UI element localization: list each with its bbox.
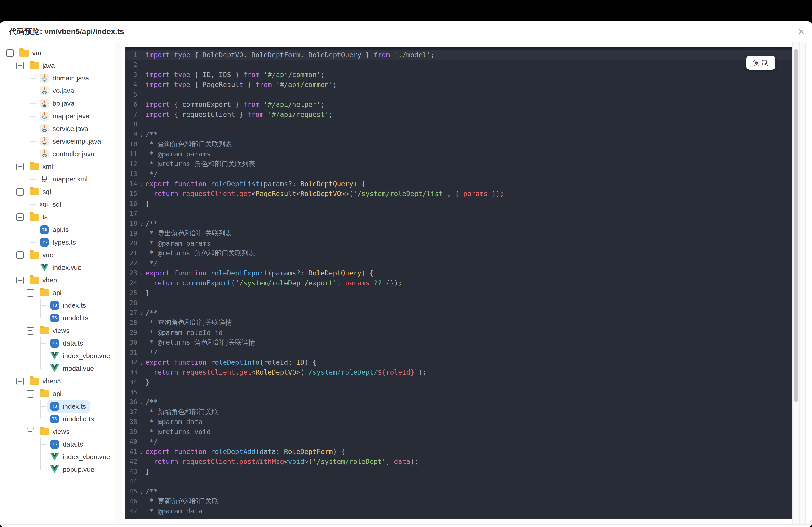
- modal-scrollbar[interactable]: [799, 42, 806, 524]
- tree-item-model.ts[interactable]: TSmodel.ts: [0, 312, 115, 325]
- code-scrollbar[interactable]: [792, 42, 799, 524]
- tree-item-content[interactable]: vben: [27, 274, 61, 286]
- fold-chevron-icon[interactable]: ∨: [137, 488, 145, 495]
- tree-item-ts[interactable]: ts: [0, 211, 115, 223]
- collapse-toggle-icon[interactable]: [15, 59, 25, 72]
- tree-item-types.ts[interactable]: TStypes.ts: [0, 236, 115, 249]
- tree-item-content[interactable]: vben5: [27, 375, 65, 388]
- collapse-toggle-icon[interactable]: [5, 47, 15, 59]
- fold-chevron-icon[interactable]: ∨: [137, 398, 145, 406]
- code-text: * @param params: [145, 150, 211, 158]
- collapse-toggle-icon[interactable]: [25, 286, 35, 299]
- tree-item-content[interactable]: bo.java: [37, 97, 78, 110]
- collapse-toggle-icon[interactable]: [15, 274, 25, 286]
- tree-item-vm[interactable]: vm: [0, 47, 115, 59]
- tree-item-content[interactable]: index_vben.vue: [47, 451, 114, 463]
- tree-item-bo.java[interactable]: bo.java: [0, 97, 115, 110]
- fold-chevron-icon[interactable]: ∨: [137, 220, 145, 227]
- tree-item-index.ts[interactable]: TSindex.ts: [0, 400, 115, 413]
- collapse-toggle-icon[interactable]: [25, 425, 35, 438]
- tree-item-vue[interactable]: vue: [0, 249, 115, 261]
- tree-item-label: index_vben.vue: [63, 352, 110, 360]
- collapse-toggle-icon[interactable]: [15, 249, 25, 261]
- tree-item-content[interactable]: TSmodel.ts: [47, 312, 92, 325]
- tree-item-api[interactable]: api: [0, 388, 115, 400]
- tree-item-api[interactable]: api: [0, 286, 115, 299]
- tree-item-content[interactable]: SQLsql: [37, 198, 65, 211]
- fold-chevron-icon: [137, 262, 145, 264]
- tree-item-data.ts[interactable]: TSdata.ts: [0, 438, 115, 451]
- tree-item-content[interactable]: TSdata.ts: [47, 438, 87, 451]
- fold-chevron-icon[interactable]: ∨: [137, 270, 145, 276]
- tree-item-popup.vue[interactable]: popup.vue: [0, 463, 115, 476]
- tree-item-selected[interactable]: TSindex.ts: [47, 400, 90, 413]
- tree-item-vben5[interactable]: vben5: [0, 375, 115, 388]
- tree-item-service.java[interactable]: service.java: [0, 122, 115, 135]
- tree-item-domain.java[interactable]: domain.java: [0, 72, 115, 85]
- tree-item-content[interactable]: TSdata.ts: [47, 337, 87, 350]
- tree-item-index_vben.vue[interactable]: index_vben.vue: [0, 350, 115, 362]
- tree-item-index.ts[interactable]: TSindex.ts: [0, 299, 115, 312]
- tree-item-index_vben.vue[interactable]: index_vben.vue: [0, 451, 115, 463]
- tree-item-content[interactable]: TSindex.ts: [47, 299, 90, 312]
- collapse-toggle-icon[interactable]: [25, 388, 35, 400]
- tree-item-modal.vue[interactable]: modal.vue: [0, 362, 115, 375]
- tree-scrollbar[interactable]: [115, 42, 121, 524]
- tree-item-content[interactable]: vo.java: [37, 85, 78, 97]
- tree-item-xml[interactable]: xml: [0, 160, 115, 173]
- close-icon[interactable]: ×: [798, 26, 804, 37]
- tree-item-content[interactable]: service.java: [37, 122, 92, 135]
- tree-item-content[interactable]: domain.java: [37, 72, 93, 85]
- tree-item-content[interactable]: TSmodel.d.ts: [47, 413, 98, 425]
- tree-item-controller.java[interactable]: controller.java: [0, 148, 115, 160]
- tree-guide: [25, 362, 35, 375]
- copy-button[interactable]: 复 制: [746, 56, 775, 70]
- tree-item-content[interactable]: vue: [27, 249, 57, 261]
- tree-item-api.ts[interactable]: TSapi.ts: [0, 223, 115, 236]
- tree-item-content[interactable]: XMLmapper.xml: [37, 173, 91, 185]
- tree-item-content[interactable]: TSapi.ts: [37, 223, 73, 236]
- tree-item-sql[interactable]: sql: [0, 185, 115, 198]
- tree-item-data.ts[interactable]: TSdata.ts: [0, 337, 115, 350]
- collapse-toggle-icon[interactable]: [15, 375, 25, 388]
- fold-chevron-icon[interactable]: ∨: [137, 359, 145, 366]
- fold-chevron-icon[interactable]: ∨: [137, 180, 145, 187]
- collapse-toggle-icon[interactable]: [15, 185, 25, 198]
- tree-item-content[interactable]: serviceImpl.java: [37, 135, 105, 148]
- tree-item-index.vue[interactable]: index.vue: [0, 261, 115, 274]
- code-scrollbar-thumb[interactable]: [794, 49, 798, 402]
- fold-chevron-icon[interactable]: ∨: [137, 448, 145, 455]
- tree-item-content[interactable]: ts: [27, 211, 52, 223]
- tree-item-mapper.xml[interactable]: XMLmapper.xml: [0, 173, 115, 185]
- tree-item-content[interactable]: api: [37, 388, 66, 400]
- collapse-toggle-icon[interactable]: [25, 325, 35, 337]
- tree-item-content[interactable]: index.vue: [37, 261, 86, 274]
- fold-chevron-icon[interactable]: ∨: [137, 309, 145, 316]
- tree-item-content[interactable]: popup.vue: [47, 463, 98, 476]
- tree-item-content[interactable]: controller.java: [37, 148, 98, 160]
- tree-item-content[interactable]: modal.vue: [47, 362, 98, 375]
- tree-item-content[interactable]: xml: [27, 160, 57, 173]
- tree-item-java[interactable]: java: [0, 59, 115, 72]
- tree-item-content[interactable]: views: [37, 425, 74, 438]
- tree-item-model.d.ts[interactable]: TSmodel.d.ts: [0, 413, 115, 425]
- tree-item-content[interactable]: mapper.java: [37, 110, 93, 122]
- tree-item-views[interactable]: views: [0, 425, 115, 438]
- tree-item-serviceImpl.java[interactable]: serviceImpl.java: [0, 135, 115, 148]
- tree-item-mapper.java[interactable]: mapper.java: [0, 110, 115, 122]
- tree-item-sql[interactable]: SQLsql: [0, 198, 115, 211]
- collapse-toggle-icon[interactable]: [15, 211, 25, 223]
- fold-chevron-icon[interactable]: ∨: [137, 131, 145, 138]
- tree-item-content[interactable]: views: [37, 325, 74, 337]
- collapse-toggle-icon[interactable]: [15, 160, 25, 173]
- tree-item-content[interactable]: index_vben.vue: [47, 350, 114, 362]
- tree-item-content[interactable]: vm: [17, 47, 45, 59]
- tree-item-vo.java[interactable]: vo.java: [0, 85, 115, 97]
- tree-item-content[interactable]: TStypes.ts: [37, 236, 80, 249]
- tree-item-content[interactable]: java: [27, 59, 59, 72]
- tree-item-content[interactable]: sql: [27, 185, 55, 198]
- tree-item-content[interactable]: api: [37, 286, 66, 299]
- line-number: 28: [125, 319, 137, 326]
- tree-item-views[interactable]: views: [0, 325, 115, 337]
- tree-item-vben[interactable]: vben: [0, 274, 115, 286]
